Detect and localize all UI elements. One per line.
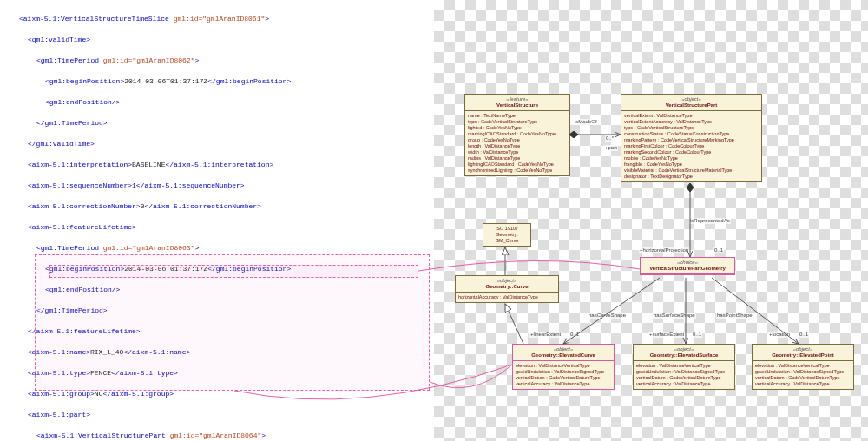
uml-elevatedcurve: «object»Geometry::ElevatedCurve elevatio… — [512, 344, 615, 390]
label-linearextent: +linearExtent — [529, 332, 562, 338]
uml-esurf-attrs: elevation : ValDistanceVerticalTypegeoid… — [634, 361, 734, 389]
label-location: +location — [768, 332, 791, 338]
uml-iso19107: ISO 19107 Geometry: GM_Curve — [483, 223, 531, 247]
svg-line-3 — [505, 304, 523, 344]
uml-ecurve-attrs: elevation : ValDistanceVerticalTypegeoid… — [513, 361, 614, 389]
uml-epoint-attrs: elevation : ValDistanceVerticalTypegeoid… — [753, 361, 853, 389]
label-onestar: 0..* — [605, 135, 615, 142]
label-hassurf: hasSurfaceShape — [653, 313, 696, 319]
uml-vs-attrs: name : TextNameTypetype : CodeVerticalSt… — [465, 111, 569, 175]
label-zeroone-point: 0..1 — [799, 332, 809, 338]
label-ismadeof: isMadeOf — [574, 119, 598, 125]
label-surfaceextent: +surfaceExtent — [648, 332, 685, 338]
label-horizproj: +horizontalProjection — [639, 247, 689, 253]
uml-gcurve-attrs: horizontalAccuracy : ValDistanceType — [456, 293, 558, 302]
label-zeroone-proj: 0..1 — [713, 247, 724, 253]
label-haspoint: hasPointShape — [716, 313, 753, 319]
label-zeroone-surf: 0..1 — [692, 332, 702, 338]
uml-elevatedpoint: «object»Geometry::ElevatedPoint elevatio… — [752, 344, 854, 390]
label-zeroone-curve: 0..1 — [569, 332, 580, 338]
label-part: +part — [604, 145, 618, 151]
xml-source-block: <aixm-5.1:VerticalStructureTimeSlice gml… — [0, 0, 477, 441]
label-hascurve: hasCurveShape — [588, 313, 627, 319]
uml-vsp-attrs: verticalExtent : ValDistanceTypevertical… — [621, 111, 761, 181]
uml-verticalstructure: «feature»VerticalStructure name : TextNa… — [464, 94, 570, 176]
uml-verticalstructurepart: «object»VerticalStructurePart verticalEx… — [621, 94, 762, 182]
label-isrepresentedas: isRepresentedAs — [689, 218, 731, 224]
uml-vsp-geometry: «choice»VerticalStructurePartGeometry — [640, 257, 735, 275]
uml-elevatedsurface: «object»Geometry::ElevatedSurface elevat… — [633, 344, 735, 390]
uml-geometry-curve: «object»Geometry::Curve horizontalAccura… — [455, 275, 559, 303]
